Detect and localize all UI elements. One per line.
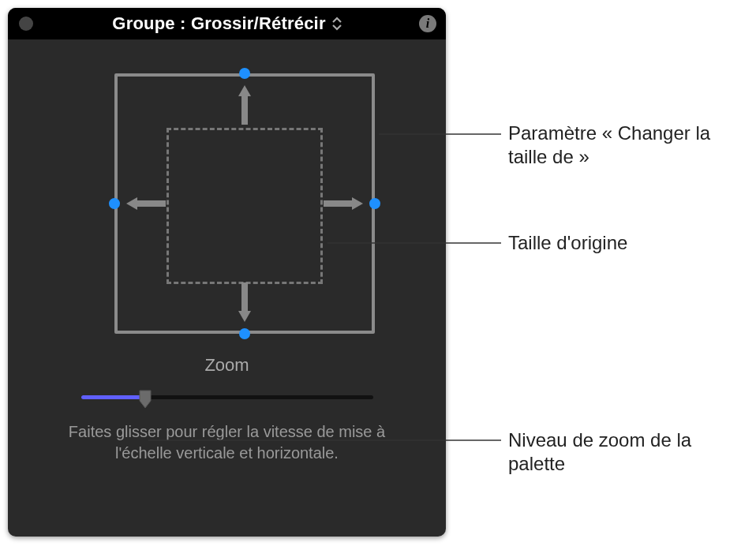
- info-icon[interactable]: i: [419, 15, 436, 32]
- arrow-left-shaft: [137, 200, 166, 207]
- callout-resize-param: Paramètre « Changer la taille de »: [508, 122, 737, 169]
- chevron-up-down-icon: [332, 17, 342, 31]
- callout-original-size: Taille d'origine: [508, 231, 737, 255]
- arrow-up-icon: [238, 85, 251, 96]
- original-size-box: [167, 128, 323, 284]
- arrow-right-icon: [352, 197, 363, 210]
- zoom-help-text: Faites glisser pour régler la vitesse de…: [8, 421, 446, 464]
- slider-thumb[interactable]: [139, 390, 152, 409]
- callout-zoom-level: Niveau de zoom de la palette: [508, 428, 737, 476]
- arrow-left-icon: [126, 197, 137, 210]
- panel-title: Groupe : Grossir/Rétrécir: [112, 13, 325, 34]
- close-dot[interactable]: [19, 17, 33, 31]
- arrow-up-shaft: [241, 96, 248, 125]
- arrow-down-shaft: [241, 282, 248, 311]
- resize-handle-bottom[interactable]: [239, 328, 250, 339]
- arrow-down-icon: [238, 311, 251, 322]
- resize-canvas: [8, 39, 446, 351]
- slider-fill: [81, 395, 145, 399]
- zoom-label: Zoom: [8, 355, 446, 376]
- resize-handle-top[interactable]: [239, 68, 250, 79]
- panel-titlebar: Groupe : Grossir/Rétrécir i: [8, 8, 446, 39]
- resize-handle-left[interactable]: [109, 198, 120, 209]
- zoom-section: Zoom Faites glisser pour régler la vites…: [8, 355, 446, 464]
- resize-handle-right[interactable]: [369, 198, 380, 209]
- arrow-right-shaft: [324, 200, 352, 207]
- title-popup[interactable]: Groupe : Grossir/Rétrécir: [8, 13, 446, 34]
- zoom-slider[interactable]: [81, 390, 373, 404]
- hud-panel: Groupe : Grossir/Rétrécir i: [8, 8, 446, 537]
